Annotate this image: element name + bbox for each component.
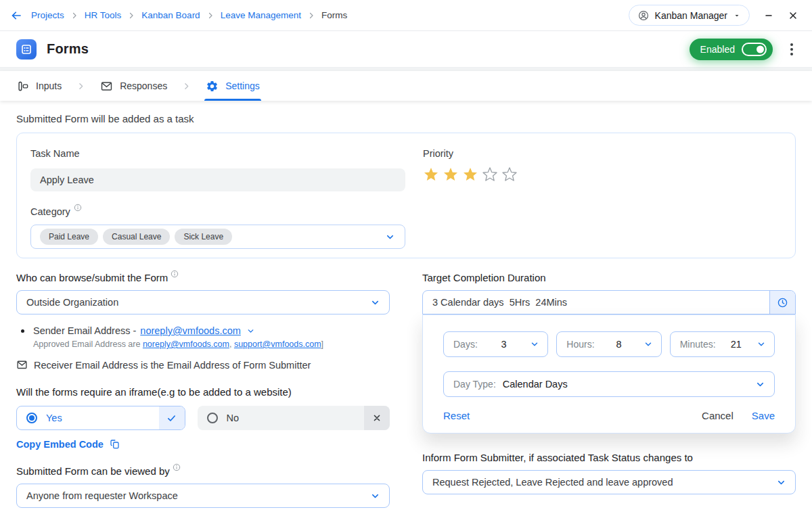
clock-icon[interactable] [769,291,795,314]
copy-embed-code-button[interactable]: Copy Embed Code [16,439,120,450]
page-header: Forms Enabled [0,31,812,68]
days-select[interactable]: Days: 3 [443,331,548,357]
star-outline-icon[interactable] [501,166,518,183]
chevron-right-icon [206,11,215,20]
chevron-down-icon [530,340,539,349]
duration-popup: Days: 3 Hours: 8 Minutes: [422,314,796,434]
chevron-down-icon [370,298,380,308]
breadcrumb-leave-management[interactable]: Leave Management [221,10,301,20]
breadcrumb-forms: Forms [321,10,347,20]
inform-select[interactable]: Request Rejected, Leave Rejected and lea… [422,470,796,494]
checkmark-icon [159,406,185,429]
right-column: Target Completion Duration 3 Calendar da… [422,272,796,508]
duration-popup-row: Days: 3 Hours: 8 Minutes: [443,331,775,357]
category-chip[interactable]: Paid Leave [40,229,98,245]
radio-unchecked-icon[interactable] [207,413,218,423]
sender-email-link[interactable]: noreply@vmfoods.com [140,325,241,336]
iframe-label: Will the forms require an iframe(e.g to … [16,386,390,398]
radio-checked-icon[interactable] [26,413,37,423]
gear-icon [206,80,219,93]
breadcrumb-projects[interactable]: Projects [31,10,64,20]
star-outline-icon[interactable] [482,166,498,183]
minimize-icon[interactable] [763,10,774,21]
chevron-down-icon [370,491,380,501]
user-role-dropdown[interactable]: Kanban Manager [629,5,750,26]
topbar-right: Kanban Manager [629,5,798,26]
task-card-left: Task Name Apply Leave Category Paid Leav… [30,148,405,243]
save-button[interactable]: Save [752,410,775,421]
info-icon[interactable] [173,463,181,471]
duration-input[interactable]: 3 Calendar days 5Hrs 24Mins [422,290,796,314]
task-section-heading: Submitted Form will be added as a task [16,113,796,124]
star-filled-icon[interactable] [462,166,478,183]
receiver-note: Receiver Email Address is the Email Addr… [34,360,311,371]
category-select[interactable]: Paid Leave Casual Leave Sick Leave [30,225,405,249]
tab-settings[interactable]: Settings [206,71,260,101]
person-icon [637,9,650,22]
star-filled-icon[interactable] [423,166,439,183]
settings-content: Submitted Form will be added as a task T… [0,101,812,508]
iframe-options: Yes No [16,406,390,430]
tab-responses[interactable]: Responses [100,71,167,101]
tab-label: Inputs [36,80,62,91]
task-name-input[interactable]: Apply Leave [30,168,405,191]
receiver-email-row: Receiver Email Address is the Email Addr… [16,359,390,371]
duration-popup-footer: Reset Cancel Save [443,410,775,421]
chevron-right-icon [307,11,315,20]
reset-button[interactable]: Reset [443,410,470,421]
approved-prefix: Approved Email Address are [33,340,140,349]
star-filled-icon[interactable] [443,166,459,183]
minutes-select[interactable]: Minutes: 21 [670,331,775,357]
chevron-down-icon[interactable] [246,327,255,335]
priority-label: Priority [423,148,782,159]
iframe-option-no[interactable]: No [198,406,390,430]
enabled-toggle-button[interactable]: Enabled [690,39,773,60]
approved-email-link[interactable]: support@vmfoods.com [234,340,321,349]
info-icon[interactable] [171,270,179,278]
toggle-on-icon[interactable] [742,43,767,56]
settings-columns: Who can browse/submit the Form Outside O… [16,272,796,508]
hours-select[interactable]: Hours: 8 [556,331,661,357]
back-arrow-icon[interactable] [9,9,23,22]
task-name-label: Task Name [30,148,405,159]
caret-down-icon [733,11,741,20]
info-icon[interactable] [74,204,82,212]
close-icon[interactable] [788,10,798,21]
days-value: 3 [478,339,531,350]
hours-value: 8 [595,339,644,350]
day-type-select[interactable]: Day Type: Calendar Days [443,371,775,397]
approved-suffix: ] [321,340,323,349]
enabled-label: Enabled [700,44,735,55]
task-card-right: Priority [423,148,782,243]
left-column: Who can browse/submit the Form Outside O… [16,272,390,508]
sender-email-row: Sender Email Address - noreply@vmfoods.c… [16,325,390,336]
tab-inputs[interactable]: Inputs [16,71,62,101]
breadcrumb-hr-tools[interactable]: HR Tools [85,10,122,20]
browse-select[interactable]: Outside Organization [16,290,390,314]
envelope-icon [100,80,113,93]
tab-label: Responses [120,80,167,91]
chevron-down-icon [755,379,765,390]
category-chip[interactable]: Casual Leave [103,229,170,245]
browse-label: Who can browse/submit the Form [16,272,168,283]
more-options-icon[interactable] [788,41,796,58]
breadcrumb-kanban-board[interactable]: Kanban Board [141,10,200,20]
copy-embed-label: Copy Embed Code [16,439,104,450]
viewed-by-label: Submitted Form can be viewed by [16,465,170,477]
envelope-icon [16,359,28,371]
chevron-down-icon [757,340,766,349]
approved-email-link[interactable]: noreply@vmfoods.com [143,340,229,349]
chevron-down-icon [385,232,395,242]
category-chip[interactable]: Sick Leave [175,229,232,245]
header-actions: Enabled [690,39,796,60]
yes-label: Yes [46,413,62,423]
duration-label: Target Completion Duration [422,272,796,283]
inform-label: Inform Form Submitter, if associated Tas… [422,452,796,463]
page-title: Forms [47,41,89,57]
cancel-button[interactable]: Cancel [702,410,734,421]
viewed-by-select[interactable]: Anyone from requester Workspace [16,484,390,508]
category-label: Category [30,206,70,217]
top-bar: Projects HR Tools Kanban Board Leave Man… [0,0,812,31]
chevron-right-icon [70,11,78,20]
iframe-option-yes[interactable]: Yes [16,406,185,430]
